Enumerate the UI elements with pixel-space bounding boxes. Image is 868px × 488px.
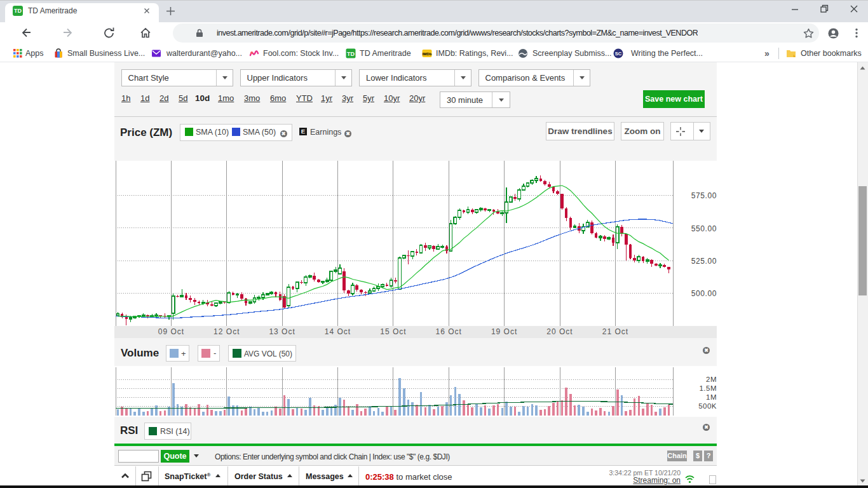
svg-text:500.00: 500.00 [691,289,717,298]
svg-text:14 Oct: 14 Oct [325,327,351,336]
svg-text:2M: 2M [706,376,717,383]
svg-text:15 Oct: 15 Oct [380,327,406,336]
svg-text:12 Oct: 12 Oct [214,327,240,336]
svg-text:500K: 500K [698,402,717,410]
svg-text:1.5M: 1.5M [699,384,717,392]
svg-text:09 Oct: 09 Oct [158,327,184,336]
svg-text:20 Oct: 20 Oct [546,327,573,336]
svg-text:1M: 1M [706,393,717,401]
svg-text:19 Oct: 19 Oct [491,327,517,336]
svg-text:16 Oct: 16 Oct [436,327,462,336]
svg-text:IMDb: IMDb [423,52,432,56]
svg-text:525.00: 525.00 [691,257,717,266]
svg-text:550.00: 550.00 [691,224,717,233]
svg-text:TD: TD [347,51,355,57]
svg-text:SC: SC [615,51,622,57]
svg-text:575.00: 575.00 [691,191,717,200]
svg-text:13 Oct: 13 Oct [269,327,295,336]
svg-text:21 Oct: 21 Oct [602,327,628,336]
